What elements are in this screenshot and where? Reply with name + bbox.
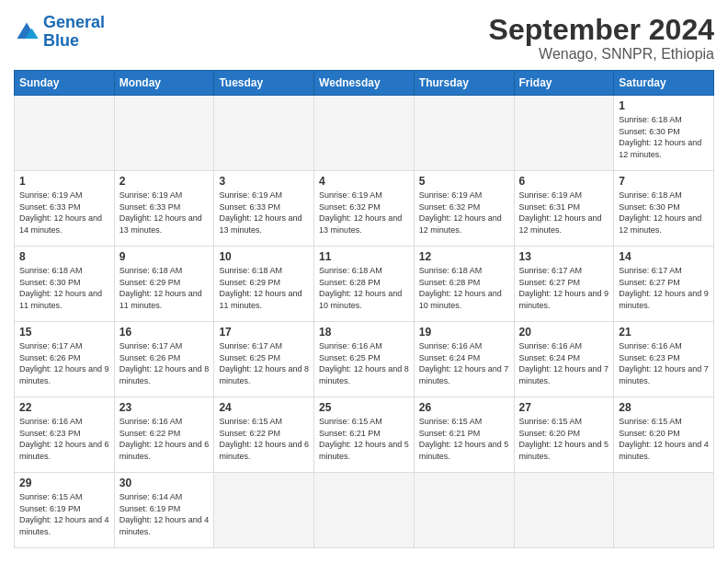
calendar-cell: 20 Sunrise: 6:16 AM Sunset: 6:24 PM Dayl…: [514, 322, 614, 397]
day-info: Sunrise: 6:16 AM Sunset: 6:24 PM Dayligh…: [519, 341, 609, 385]
day-info: Sunrise: 6:17 AM Sunset: 6:26 PM Dayligh…: [19, 341, 109, 385]
day-info: Sunrise: 6:17 AM Sunset: 6:27 PM Dayligh…: [519, 266, 609, 310]
calendar-cell: [414, 96, 514, 171]
day-info: Sunrise: 6:15 AM Sunset: 6:20 PM Dayligh…: [519, 417, 609, 461]
day-number: 16: [119, 326, 210, 339]
day-info: Sunrise: 6:15 AM Sunset: 6:21 PM Dayligh…: [319, 417, 409, 461]
day-number: 12: [419, 250, 509, 263]
calendar-cell: 10 Sunrise: 6:18 AM Sunset: 6:29 PM Dayl…: [214, 247, 314, 322]
day-info: Sunrise: 6:19 AM Sunset: 6:32 PM Dayligh…: [319, 190, 402, 235]
day-info: Sunrise: 6:18 AM Sunset: 6:28 PM Dayligh…: [419, 266, 502, 310]
day-info: Sunrise: 6:16 AM Sunset: 6:23 PM Dayligh…: [19, 417, 109, 461]
day-info: Sunrise: 6:18 AM Sunset: 6:29 PM Dayligh…: [219, 266, 301, 310]
calendar-cell: 24 Sunrise: 6:15 AM Sunset: 6:22 PM Dayl…: [214, 397, 314, 473]
calendar-week-row: 15 Sunrise: 6:17 AM Sunset: 6:26 PM Dayl…: [15, 322, 714, 397]
day-number: 18: [319, 326, 409, 339]
calendar-cell: 7 Sunrise: 6:18 AM Sunset: 6:30 PM Dayli…: [614, 171, 714, 247]
day-number: 24: [219, 401, 309, 414]
day-info: Sunrise: 6:15 AM Sunset: 6:21 PM Dayligh…: [419, 417, 509, 461]
calendar-cell: 13 Sunrise: 6:17 AM Sunset: 6:27 PM Dayl…: [514, 247, 614, 322]
day-number: 15: [19, 326, 109, 339]
calendar-cell: 21 Sunrise: 6:16 AM Sunset: 6:23 PM Dayl…: [614, 322, 714, 397]
day-number: 22: [19, 401, 109, 414]
day-number: 27: [519, 401, 609, 414]
day-info: Sunrise: 6:19 AM Sunset: 6:33 PM Dayligh…: [119, 190, 202, 235]
calendar-cell: [414, 473, 514, 548]
page: General Blue September 2024 Wenago, SNNP…: [0, 0, 728, 563]
day-number: 25: [319, 401, 409, 414]
day-of-week-header: Monday: [114, 71, 214, 96]
calendar-week-row: 1 Sunrise: 6:18 AM Sunset: 6:30 PM Dayli…: [15, 96, 714, 171]
calendar-cell: 15 Sunrise: 6:17 AM Sunset: 6:26 PM Dayl…: [15, 322, 115, 397]
day-info: Sunrise: 6:18 AM Sunset: 6:29 PM Dayligh…: [119, 266, 202, 310]
day-info: Sunrise: 6:19 AM Sunset: 6:32 PM Dayligh…: [419, 190, 502, 235]
calendar-cell: 28 Sunrise: 6:15 AM Sunset: 6:20 PM Dayl…: [614, 397, 714, 473]
day-number: 23: [119, 401, 210, 414]
calendar-cell: [214, 96, 314, 171]
logo-line1: General: [43, 13, 105, 31]
calendar-header-row: SundayMondayTuesdayWednesdayThursdayFrid…: [15, 71, 714, 96]
calendar-cell: [15, 96, 115, 171]
day-info: Sunrise: 6:15 AM Sunset: 6:20 PM Dayligh…: [619, 417, 709, 461]
calendar-cell: [614, 473, 714, 548]
calendar-cell: 27 Sunrise: 6:15 AM Sunset: 6:20 PM Dayl…: [514, 397, 614, 473]
day-number: 2: [119, 175, 210, 188]
calendar-cell: 6 Sunrise: 6:19 AM Sunset: 6:31 PM Dayli…: [514, 171, 614, 247]
day-info: Sunrise: 6:19 AM Sunset: 6:33 PM Dayligh…: [19, 190, 102, 235]
calendar-cell: [514, 473, 614, 548]
day-info: Sunrise: 6:18 AM Sunset: 6:28 PM Dayligh…: [319, 266, 402, 310]
logo-text: General Blue: [43, 14, 105, 51]
day-number: 14: [619, 250, 709, 263]
calendar-cell: 11 Sunrise: 6:18 AM Sunset: 6:28 PM Dayl…: [314, 247, 415, 322]
day-number: 30: [119, 477, 210, 489]
calendar-subtitle: Wenago, SNNPR, Ethiopia: [489, 46, 714, 63]
calendar-cell: 9 Sunrise: 6:18 AM Sunset: 6:29 PM Dayli…: [114, 247, 214, 322]
day-info: Sunrise: 6:18 AM Sunset: 6:30 PM Dayligh…: [619, 115, 701, 159]
day-of-week-header: Tuesday: [214, 71, 314, 96]
calendar-cell: 22 Sunrise: 6:16 AM Sunset: 6:23 PM Dayl…: [15, 397, 115, 473]
logo: General Blue: [14, 14, 105, 51]
header: General Blue September 2024 Wenago, SNNP…: [14, 14, 714, 63]
day-of-week-header: Saturday: [614, 71, 714, 96]
day-number: 1: [619, 99, 709, 112]
day-number: 17: [219, 326, 309, 339]
day-of-week-header: Thursday: [414, 71, 514, 96]
calendar-cell: 19 Sunrise: 6:16 AM Sunset: 6:24 PM Dayl…: [414, 322, 514, 397]
calendar-week-row: 22 Sunrise: 6:16 AM Sunset: 6:23 PM Dayl…: [15, 397, 714, 473]
calendar-cell: 2 Sunrise: 6:19 AM Sunset: 6:33 PM Dayli…: [114, 171, 214, 247]
day-number: 11: [319, 250, 409, 263]
day-info: Sunrise: 6:18 AM Sunset: 6:30 PM Dayligh…: [19, 266, 102, 310]
day-number: 28: [619, 401, 709, 414]
calendar-cell: 17 Sunrise: 6:17 AM Sunset: 6:25 PM Dayl…: [214, 322, 314, 397]
day-info: Sunrise: 6:17 AM Sunset: 6:27 PM Dayligh…: [619, 266, 709, 310]
calendar-cell: 5 Sunrise: 6:19 AM Sunset: 6:32 PM Dayli…: [414, 171, 514, 247]
calendar-cell: 8 Sunrise: 6:18 AM Sunset: 6:30 PM Dayli…: [15, 247, 115, 322]
calendar-table: SundayMondayTuesdayWednesdayThursdayFrid…: [14, 70, 714, 548]
calendar-week-row: 1 Sunrise: 6:19 AM Sunset: 6:33 PM Dayli…: [15, 171, 714, 247]
calendar-cell: 1 Sunrise: 6:18 AM Sunset: 6:30 PM Dayli…: [614, 96, 714, 171]
calendar-title: September 2024: [489, 14, 714, 46]
calendar-cell: 14 Sunrise: 6:17 AM Sunset: 6:27 PM Dayl…: [614, 247, 714, 322]
day-info: Sunrise: 6:15 AM Sunset: 6:19 PM Dayligh…: [19, 492, 109, 536]
day-number: 26: [419, 401, 509, 414]
calendar-cell: [314, 473, 415, 548]
day-number: 10: [219, 250, 309, 263]
calendar-cell: 12 Sunrise: 6:18 AM Sunset: 6:28 PM Dayl…: [414, 247, 514, 322]
day-of-week-header: Friday: [514, 71, 614, 96]
calendar-cell: 25 Sunrise: 6:15 AM Sunset: 6:21 PM Dayl…: [314, 397, 415, 473]
day-info: Sunrise: 6:14 AM Sunset: 6:19 PM Dayligh…: [119, 492, 210, 536]
day-info: Sunrise: 6:18 AM Sunset: 6:30 PM Dayligh…: [619, 190, 701, 235]
day-number: 29: [19, 477, 109, 489]
calendar-cell: 4 Sunrise: 6:19 AM Sunset: 6:32 PM Dayli…: [314, 171, 415, 247]
day-info: Sunrise: 6:19 AM Sunset: 6:31 PM Dayligh…: [519, 190, 602, 235]
calendar-cell: 23 Sunrise: 6:16 AM Sunset: 6:22 PM Dayl…: [114, 397, 214, 473]
calendar-cell: 16 Sunrise: 6:17 AM Sunset: 6:26 PM Dayl…: [114, 322, 214, 397]
day-number: 20: [519, 326, 609, 339]
day-number: 7: [619, 175, 709, 188]
day-number: 6: [519, 175, 609, 188]
day-info: Sunrise: 6:16 AM Sunset: 6:24 PM Dayligh…: [419, 341, 509, 385]
logo-line2: Blue: [43, 31, 79, 50]
day-info: Sunrise: 6:17 AM Sunset: 6:25 PM Dayligh…: [219, 341, 309, 385]
day-number: 1: [19, 175, 109, 188]
day-number: 4: [319, 175, 409, 188]
